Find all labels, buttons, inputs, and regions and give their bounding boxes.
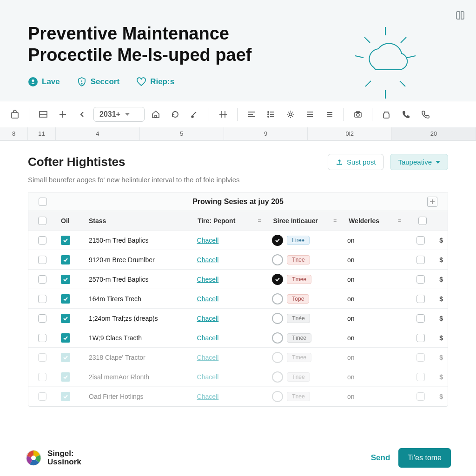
home-icon[interactable] [147, 106, 164, 123]
radio-checked-icon[interactable] [272, 274, 283, 285]
stass-cell: 2isal memAor Rlonth [84, 370, 192, 384]
row-checkbox[interactable] [38, 392, 46, 401]
row-checkbox[interactable] [38, 353, 46, 362]
jar-icon[interactable] [378, 106, 395, 123]
col-stass[interactable]: Stass [84, 213, 193, 228]
radio-unchecked-icon[interactable] [272, 371, 283, 383]
sust-post-button[interactable]: Sust post [328, 154, 384, 170]
align-left-icon[interactable] [243, 106, 260, 123]
tire-link[interactable]: Chacell [197, 373, 219, 381]
row-checkbox[interactable] [38, 334, 46, 342]
radio-unchecked-icon[interactable] [272, 352, 283, 363]
row-end-checkbox[interactable] [416, 314, 425, 323]
row-checkbox[interactable] [38, 373, 46, 381]
radio-unchecked-icon[interactable] [272, 313, 283, 324]
crumb-rieps[interactable]: Riep:s [136, 77, 174, 87]
stass-cell: 1W;9 Clacs Tracth [84, 331, 192, 345]
ruler-cell: 8 [0, 127, 28, 140]
tire-link[interactable]: Chacell [197, 295, 219, 303]
tire-link[interactable]: Chacell [197, 256, 219, 264]
row-end-checkbox[interactable] [416, 334, 425, 342]
row-checkbox[interactable] [38, 275, 46, 284]
row-checkbox[interactable] [38, 295, 46, 303]
col-tire[interactable]: Tire: Pepont= [193, 213, 269, 228]
section-title: Cofter Hightistes [28, 155, 125, 169]
svg-line-7 [407, 56, 416, 58]
grid-split-icon[interactable] [215, 106, 231, 123]
list-icon[interactable] [263, 106, 279, 123]
crumb-seccort[interactable]: Seccort [77, 77, 119, 87]
phone-icon[interactable] [397, 106, 414, 123]
row-checkbox[interactable] [38, 256, 46, 264]
status-pill: Tnee [287, 372, 310, 382]
oil-check-icon [61, 333, 70, 343]
tire-link[interactable]: Chacell [197, 354, 219, 361]
row-end-checkbox[interactable] [416, 392, 425, 401]
book-icon[interactable] [455, 10, 466, 21]
svg-line-8 [364, 37, 370, 43]
tire-link[interactable]: Chacell [197, 237, 219, 244]
col-oil[interactable]: Oil [56, 213, 84, 228]
svg-point-27 [268, 116, 269, 117]
row-end-checkbox[interactable] [416, 256, 425, 264]
crumb-lave[interactable]: Lave [28, 77, 60, 87]
ruler-cell: 0l2 [308, 127, 392, 140]
phone-outline-icon[interactable] [417, 106, 434, 123]
row-end-checkbox[interactable] [416, 295, 425, 303]
status-pill: Tınee [287, 333, 311, 343]
weld-cell: on [343, 350, 407, 365]
oil-check-icon [61, 353, 70, 362]
stass-cell: 2318 Clape' Tractor [84, 350, 192, 365]
select-all-group-checkbox[interactable] [39, 198, 47, 206]
col-weld[interactable]: Welderles= [344, 213, 409, 228]
year-select[interactable]: 2031+ [93, 107, 145, 122]
bag-icon[interactable] [7, 106, 23, 123]
radio-unchecked-icon[interactable] [272, 391, 283, 402]
table-row: 2570-m Tred BaplicsChesellTmeeon$ [28, 270, 448, 289]
gear-icon[interactable] [282, 106, 299, 123]
row-end-checkbox[interactable] [416, 373, 425, 381]
oil-check-icon [61, 255, 70, 264]
camera-icon[interactable] [350, 106, 366, 123]
year-value: 2031+ [99, 110, 120, 119]
table-row: 2isal memAor RlonthChacellTneeon$ [28, 367, 448, 387]
ruler-cell: 11 [28, 127, 56, 140]
primary-button[interactable]: Ti'es tome [398, 448, 451, 468]
table-row: 1;24om Traf;zs (dreap)sChacellTnéeon$ [28, 309, 448, 328]
row-end-checkbox[interactable] [416, 353, 425, 362]
row-end-checkbox[interactable] [416, 275, 425, 284]
radio-unchecked-icon[interactable] [272, 332, 283, 344]
row-checkbox[interactable] [38, 314, 46, 323]
add-column-button[interactable] [427, 197, 437, 207]
table-row: 164m Tirers TrechChacellTopeon$ [28, 289, 448, 309]
radio-unchecked-icon[interactable] [272, 293, 283, 304]
select-all-checkbox[interactable] [38, 217, 46, 225]
refresh-icon[interactable] [167, 106, 184, 123]
lines-icon[interactable] [302, 106, 318, 123]
send-link[interactable]: Send [371, 453, 390, 463]
button-label: Sust post [347, 158, 376, 166]
radio-checked-icon[interactable] [272, 235, 283, 246]
layout-icon[interactable] [35, 106, 52, 123]
page-title: Preventive Maintenance Procectile Me-ls-… [28, 23, 307, 66]
weld-cell: on [343, 272, 407, 287]
weld-cell: on [343, 370, 407, 384]
row-end-checkbox[interactable] [416, 236, 425, 245]
tire-link[interactable]: Chesell [197, 276, 219, 283]
end-checkbox[interactable] [418, 217, 427, 225]
col-siree[interactable]: Siree Inticauer= [269, 213, 344, 228]
stass-cell: 1;24om Traf;zs (dreap)s [84, 311, 192, 326]
tire-link[interactable]: Chacell [197, 315, 219, 322]
ruler-cell: 20 [392, 127, 476, 140]
plus-icon[interactable] [54, 106, 71, 123]
row-checkbox[interactable] [38, 236, 46, 245]
brush-icon[interactable] [186, 106, 203, 123]
tire-link[interactable]: Chacell [197, 334, 219, 342]
lines2-icon[interactable] [321, 106, 338, 123]
chevron-left-icon[interactable] [74, 106, 91, 123]
stass-cell: 9120·m Bree Drumlber [84, 252, 192, 267]
shield-icon [77, 77, 87, 87]
tire-link[interactable]: Chacell [197, 393, 219, 400]
taupeative-button[interactable]: Taupeative [390, 154, 448, 170]
radio-unchecked-icon[interactable] [272, 254, 283, 265]
